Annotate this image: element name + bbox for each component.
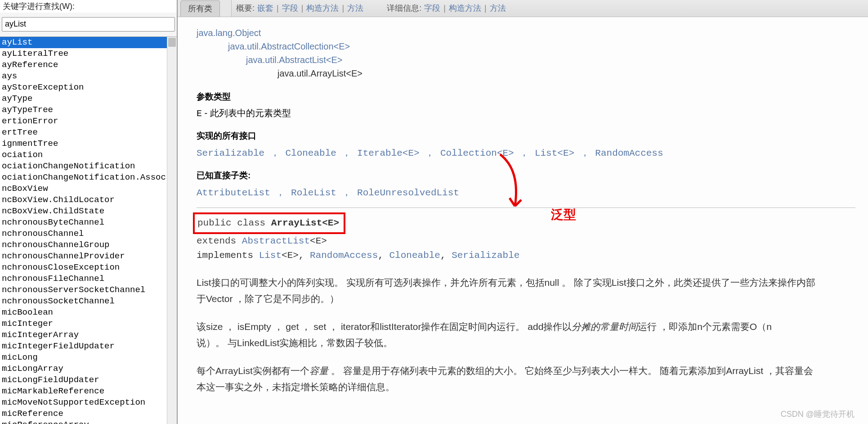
class-list-item[interactable]: nchronousServerSocketChannel <box>0 284 168 296</box>
class-list-item[interactable]: ays <box>0 71 168 82</box>
class-list-item[interactable]: micIntegerFieldUpdater <box>0 341 168 352</box>
search-label: 关键字进行查找(W): <box>0 0 177 13</box>
class-list-item[interactable]: nchronousCloseException <box>0 262 168 273</box>
hierarchy-link[interactable]: java.util.AbstractList<E> <box>246 55 343 65</box>
sidebar: 关键字进行查找(W): ayListayLiteralTreeayReferen… <box>0 0 178 424</box>
class-list-item[interactable]: ociation <box>0 149 168 161</box>
overview-label: 概要: <box>236 3 255 14</box>
class-list-item[interactable]: micLongFieldUpdater <box>0 374 168 386</box>
class-list-item[interactable]: ignmentTree <box>0 138 168 149</box>
class-list-item[interactable]: ayType <box>0 93 168 104</box>
search-row <box>0 13 177 37</box>
top-nav: 概要: 嵌套 | 字段 | 构造方法 | 方法 详细信息: 字段 | 构造方法 … <box>232 0 868 17</box>
class-list-item[interactable]: micMarkableReference <box>0 386 168 397</box>
class-list-item[interactable]: nchronousSocketChannel <box>0 296 168 307</box>
class-list-item[interactable]: nchronousChannelGroup <box>0 239 168 251</box>
class-list-item[interactable]: ayTypeTree <box>0 104 168 116</box>
sig-intf-link[interactable]: RandomAccess <box>310 250 378 261</box>
class-list-item[interactable]: ayList <box>0 37 168 48</box>
impl-intf-heading: 实现的所有接口 <box>197 130 855 142</box>
param-desc: - 此列表中的元素类型 <box>202 108 291 118</box>
subclasses-list: AttributeList ， RoleList ， RoleUnresolve… <box>197 186 855 198</box>
sig-intf-link[interactable]: Serializable <box>452 250 519 261</box>
subclasses-heading: 已知直接子类: <box>197 170 855 181</box>
class-list-item[interactable]: ayStoreException <box>0 82 168 93</box>
nav-link[interactable]: 方法 <box>490 4 506 13</box>
class-list-item[interactable]: ertTree <box>0 127 168 138</box>
class-list-item[interactable]: ociationChangeNotification <box>0 161 168 172</box>
class-list-item[interactable]: ncBoxView.ChildState <box>0 206 168 217</box>
nav-link[interactable]: 构造方法 <box>306 4 339 13</box>
class-list-item[interactable]: ociationChangeNotification.Assoc <box>0 172 168 183</box>
watermark: CSDN @睡觉待开机 <box>781 409 855 419</box>
nav-link[interactable]: 字段 <box>282 4 298 13</box>
signature-highlight-box: public class ArrayList<E> <box>193 212 345 234</box>
nav-link[interactable]: 嵌套 <box>257 4 273 13</box>
sig-typeparam: <E> <box>310 236 327 246</box>
hierarchy-link[interactable]: java.lang.Object <box>197 28 261 38</box>
class-list-item[interactable]: micMoveNotSupportedException <box>0 397 168 408</box>
search-input[interactable] <box>2 17 175 32</box>
hierarchy-link[interactable]: java.util.AbstractCollection<E> <box>228 41 350 51</box>
hierarchy-current: java.util.ArrayList<E> <box>197 67 855 80</box>
fanxing-annotation: 泛型 <box>551 206 576 223</box>
main-panel: 所有类 概要: 嵌套 | 字段 | 构造方法 | 方法 详细信息: 字段 | 构… <box>178 0 868 424</box>
sig-extends: extends <box>197 236 242 246</box>
description-p3: 每个ArrayList实例都有一个容量 。 容量是用于存储列表中元素的数组的大小… <box>197 363 855 395</box>
param-type-row: E - 此列表中的元素类型 <box>197 107 855 119</box>
class-list-item[interactable]: micIntegerArray <box>0 329 168 341</box>
sig-keyword: public class <box>197 218 271 228</box>
impl-intf-list: Serializable ， Cloneable ， Iterable<E> ，… <box>197 146 855 159</box>
description-p2: 该size ， isEmpty ， get ， set ， iterator和l… <box>197 319 855 351</box>
class-list-item[interactable]: micReferenceArray <box>0 419 168 424</box>
scrollbar-thumb[interactable] <box>168 38 176 47</box>
param-code: E <box>197 108 202 119</box>
class-list-item[interactable]: nchronousFileChannel <box>0 273 168 284</box>
detail-label: 详细信息: <box>387 3 421 14</box>
class-list-item[interactable]: micInteger <box>0 318 168 329</box>
class-list-item[interactable]: ertionError <box>0 116 168 127</box>
param-type-heading: 参数类型 <box>197 91 855 103</box>
nav-link[interactable]: 字段 <box>424 4 440 13</box>
class-list-item[interactable]: micBoolean <box>0 307 168 318</box>
divider <box>197 207 855 208</box>
sig-intf-link[interactable]: List <box>259 250 282 261</box>
class-list-item[interactable]: nchronousByteChannel <box>0 217 168 228</box>
nav-link[interactable]: 构造方法 <box>449 4 481 13</box>
description-p1: List接口的可调整大小的阵列实现。 实现所有可选列表操作，并允许所有元素，包括… <box>197 275 855 307</box>
class-list-item[interactable]: micReference <box>0 408 168 419</box>
class-list-item[interactable]: nchronousChannel <box>0 228 168 239</box>
class-list: ayListayLiteralTreeayReferenceaysayStore… <box>0 37 177 424</box>
class-list-item[interactable]: ayLiteralTree <box>0 48 168 59</box>
nav-link[interactable]: 方法 <box>347 4 363 13</box>
tab-all-classes[interactable]: 所有类 <box>180 0 220 17</box>
content: java.lang.Object java.util.AbstractColle… <box>178 17 868 424</box>
class-hierarchy: java.lang.Object java.util.AbstractColle… <box>197 26 855 80</box>
sig-implements: implements List<E>, RandomAccess, Clonea… <box>197 250 519 261</box>
sig-intf-link[interactable]: Cloneable <box>389 250 440 261</box>
class-list-item[interactable]: micLongArray <box>0 363 168 374</box>
class-list-item[interactable]: micLong <box>0 352 168 363</box>
sig-classname: ArrayList<E> <box>271 218 339 228</box>
class-list-item[interactable]: nchronousChannelProvider <box>0 251 168 262</box>
class-list-item[interactable]: ncBoxView <box>0 183 168 194</box>
class-list-item[interactable]: ncBoxView.ChildLocator <box>0 194 168 206</box>
class-list-item[interactable]: ayReference <box>0 59 168 71</box>
sig-superclass-link[interactable]: AbstractList <box>242 236 310 246</box>
class-signature: public class ArrayList<E> extends Abstra… <box>197 212 855 263</box>
scrollbar[interactable] <box>167 37 177 424</box>
